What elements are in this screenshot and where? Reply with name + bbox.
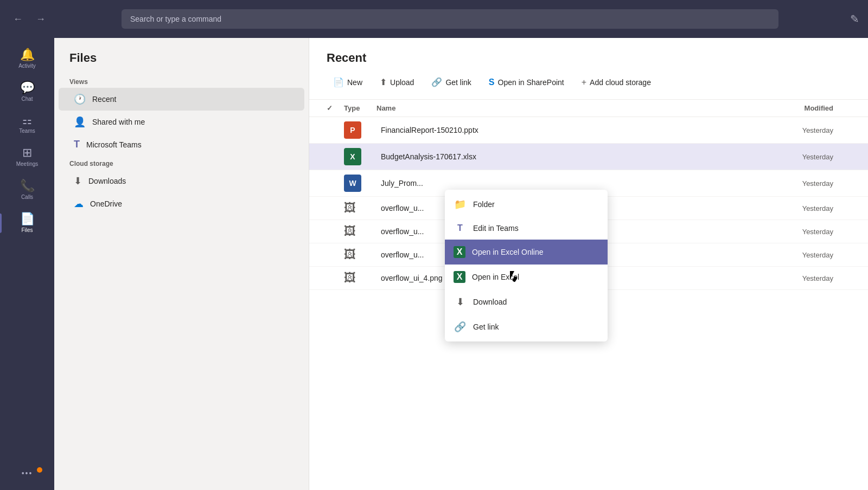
downloads-icon: ⬇ bbox=[74, 175, 82, 187]
chat-label: Chat bbox=[21, 96, 33, 102]
nav-bar: 🔔 Activity 💬 Chat ⚏ Teams ⊞ Meetings 📞 C… bbox=[0, 38, 54, 490]
excel-online-icon: X bbox=[454, 246, 465, 258]
downloads-label: Downloads bbox=[88, 177, 126, 185]
onedrive-icon: ☁ bbox=[74, 198, 84, 210]
context-menu-download[interactable]: ⬇ Download bbox=[445, 289, 608, 314]
link-icon: 🔗 bbox=[454, 321, 467, 333]
sidebar-item-activity[interactable]: 🔔 Activity bbox=[0, 42, 54, 75]
chat-icon: 💬 bbox=[20, 82, 35, 94]
folder-label: Folder bbox=[473, 200, 495, 209]
open-excel-online-label: Open in Excel Online bbox=[472, 248, 544, 256]
sidebar-item-microsoft-teams[interactable]: T Microsoft Teams bbox=[59, 133, 304, 156]
meetings-label: Meetings bbox=[16, 161, 39, 167]
context-menu-folder[interactable]: 📁 Folder bbox=[445, 192, 608, 217]
sidebar-item-more[interactable]: ••• bbox=[0, 463, 54, 483]
folder-icon: 📁 bbox=[454, 198, 467, 210]
recent-label: Recent bbox=[92, 95, 116, 104]
shared-icon: 👤 bbox=[74, 116, 86, 128]
calls-label: Calls bbox=[21, 194, 33, 200]
download-icon: ⬇ bbox=[454, 296, 467, 308]
download-label: Download bbox=[473, 298, 507, 306]
microsoft-teams-label: Microsoft Teams bbox=[86, 140, 142, 149]
context-menu: 📁 Folder T Edit in Teams X Open in Excel… bbox=[445, 190, 608, 341]
teams-label: Teams bbox=[19, 128, 35, 134]
files-label: Files bbox=[21, 227, 33, 233]
onedrive-label: OneDrive bbox=[90, 199, 122, 208]
teams-files-icon: T bbox=[74, 139, 80, 150]
context-menu-edit-teams[interactable]: T Edit in Teams bbox=[445, 217, 608, 240]
views-label: Views bbox=[54, 74, 309, 88]
sidebar-item-downloads[interactable]: ⬇ Downloads bbox=[59, 170, 304, 192]
title-bar: ← → Search or type a command ✎ bbox=[0, 0, 868, 38]
sidebar: Files Views 🕐 Recent 👤 Shared with me T … bbox=[54, 38, 309, 490]
teams-icon: ⚏ bbox=[22, 115, 32, 126]
back-button[interactable]: ← bbox=[9, 11, 27, 27]
recent-icon: 🕐 bbox=[74, 93, 86, 105]
open-excel-label: Open in Excel bbox=[472, 273, 519, 281]
sidebar-item-onedrive[interactable]: ☁ OneDrive bbox=[59, 192, 304, 215]
teams-edit-icon: T bbox=[454, 223, 467, 233]
excel-icon: X bbox=[454, 271, 465, 283]
activity-label: Activity bbox=[18, 63, 36, 69]
files-icon: 📄 bbox=[20, 213, 35, 225]
sidebar-title: Files bbox=[54, 38, 309, 74]
context-menu-open-excel[interactable]: X Open in Excel bbox=[445, 265, 608, 289]
search-bar[interactable]: Search or type a command bbox=[122, 9, 778, 29]
main-layout: 🔔 Activity 💬 Chat ⚏ Teams ⊞ Meetings 📞 C… bbox=[0, 38, 868, 490]
main-content: Recent 📄 New ⬆ Upload 🔗 Get link S Open … bbox=[309, 38, 868, 490]
more-icon: ••• bbox=[22, 469, 33, 477]
sidebar-item-chat[interactable]: 💬 Chat bbox=[0, 75, 54, 108]
edit-teams-label: Edit in Teams bbox=[473, 224, 519, 233]
sidebar-item-calls[interactable]: 📞 Calls bbox=[0, 173, 54, 207]
cloud-storage-label: Cloud storage bbox=[54, 156, 309, 170]
context-menu-open-excel-online[interactable]: X Open in Excel Online bbox=[445, 240, 608, 265]
sidebar-item-files[interactable]: 📄 Files bbox=[0, 207, 54, 240]
get-link-label: Get link bbox=[473, 323, 499, 331]
nav-arrows: ← → bbox=[9, 11, 50, 27]
sidebar-item-recent[interactable]: 🕐 Recent bbox=[59, 88, 304, 111]
meetings-icon: ⊞ bbox=[22, 147, 32, 159]
shared-label: Shared with me bbox=[92, 118, 145, 126]
compose-icon[interactable]: ✎ bbox=[850, 12, 859, 25]
notification-badge bbox=[37, 467, 42, 473]
forward-button[interactable]: → bbox=[31, 11, 50, 27]
context-menu-overlay: 📁 Folder T Edit in Teams X Open in Excel… bbox=[309, 38, 868, 490]
sidebar-item-shared[interactable]: 👤 Shared with me bbox=[59, 111, 304, 133]
sidebar-item-meetings[interactable]: ⊞ Meetings bbox=[0, 140, 54, 173]
context-menu-get-link[interactable]: 🔗 Get link bbox=[445, 314, 608, 339]
activity-icon: 🔔 bbox=[20, 49, 35, 61]
search-placeholder: Search or type a command bbox=[130, 15, 221, 23]
calls-icon: 📞 bbox=[20, 180, 35, 192]
sidebar-item-teams[interactable]: ⚏ Teams bbox=[0, 108, 54, 140]
